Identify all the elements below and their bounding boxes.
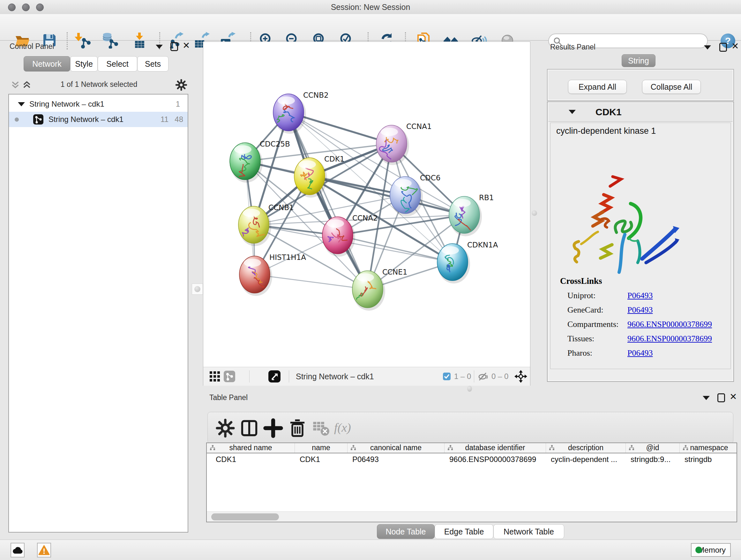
network-node[interactable]: CDKN1A (437, 241, 498, 284)
table-gear-icon[interactable] (215, 418, 235, 438)
collapse-all-icon[interactable] (22, 80, 31, 89)
add-column-icon[interactable] (263, 418, 283, 438)
tab-style[interactable]: Style (70, 56, 98, 71)
crosslink-link[interactable]: P06493 (627, 303, 653, 317)
separator (289, 370, 289, 382)
network-canvas[interactable]: CCNB2CCNA1CDC25BCDK1CDC6RB1CCNB1CCNA2CDK… (203, 42, 530, 367)
scrollbar-thumb[interactable] (211, 513, 279, 520)
network-node[interactable]: CCNB1 (239, 203, 294, 246)
collection-expand-icon[interactable] (18, 102, 25, 106)
float-panel-icon[interactable] (719, 43, 727, 52)
network-node[interactable]: HIST1H1A (239, 253, 306, 296)
table-cell[interactable]: stringdb:9... (625, 453, 679, 465)
crosslink-link[interactable]: 9606.ENSP00000378699 (627, 317, 712, 331)
table-panel-title: Table Panel (209, 393, 248, 402)
table-cell[interactable]: 9606.ENSP00000378699 (444, 453, 546, 465)
close-panel-icon[interactable]: ✕ (730, 393, 737, 401)
column-header-@id[interactable]: @id (625, 443, 679, 453)
network-edges (245, 112, 464, 289)
column-header-database-identifier[interactable]: database identifier (444, 443, 546, 453)
network-node[interactable]: RB1 (449, 193, 494, 238)
move-crosshair-icon[interactable] (515, 370, 527, 383)
network-badge-icon[interactable] (224, 371, 235, 382)
bottom-divider-handle[interactable] (467, 386, 472, 392)
column-header-description[interactable]: description (546, 443, 625, 453)
network-row[interactable]: String Network – cdk1 11 48 (9, 112, 188, 127)
selected-checkbox-icon[interactable] (443, 373, 451, 380)
gear-icon[interactable] (176, 79, 187, 91)
table-cell[interactable]: stringdb (679, 453, 737, 465)
memory-button[interactable]: Memory (691, 543, 731, 557)
node-table: shared namenamecanonical namedatabase id… (206, 442, 737, 522)
column-header-namespace[interactable]: namespace (679, 443, 737, 453)
network-node-count: 11 (160, 112, 169, 127)
crosslink-label: Tissues: (567, 331, 594, 346)
expand-all-button[interactable]: Expand All (568, 80, 627, 94)
show-columns-icon[interactable] (239, 418, 259, 438)
float-panel-icon[interactable] (171, 42, 178, 51)
crosslink-link[interactable]: P06493 (627, 288, 653, 303)
table-cell[interactable]: P06493 (347, 453, 444, 465)
cloud-button[interactable] (10, 543, 24, 557)
entry-collapse-icon[interactable] (569, 110, 576, 114)
left-divider-handle[interactable] (192, 284, 203, 295)
expand-all-icon[interactable] (11, 80, 20, 89)
birdseye-view-icon[interactable] (268, 370, 280, 382)
separator (249, 370, 250, 382)
crosslink-row: Compartments:9606.ENSP00000378699 (550, 317, 729, 331)
minimize-panel-icon[interactable] (156, 45, 163, 49)
network-status-dot (15, 118, 19, 122)
network-type-icon (33, 114, 44, 125)
network-node[interactable]: CCNA1 (376, 122, 432, 165)
crosslink-label: Compartments: (567, 317, 618, 331)
float-panel-icon[interactable] (718, 393, 725, 402)
table-cell[interactable]: CDK1 (294, 453, 347, 465)
column-header-shared-name[interactable]: shared name (207, 443, 294, 453)
minimize-panel-icon[interactable] (703, 396, 710, 400)
crosslink-label: Pharos: (567, 346, 592, 360)
network-edge[interactable] (288, 112, 367, 289)
node-label: CDC25B (260, 140, 290, 148)
crosslinks-title: CrossLinks (560, 276, 602, 286)
right-divider-handle[interactable] (530, 208, 538, 217)
table-horizontal-scrollbar[interactable] (207, 511, 737, 522)
crosslink-link[interactable]: P06493 (627, 346, 653, 360)
network-view-toolbar: String Network – cdk1 1 – 0 0 – 0 (203, 367, 530, 386)
tab-node-table[interactable]: Node Table (377, 524, 434, 539)
column-header-canonical-name[interactable]: canonical name (347, 443, 444, 453)
tab-edge-table[interactable]: Edge Table (434, 524, 493, 539)
tab-network[interactable]: Network (23, 56, 70, 71)
entry-header[interactable]: CDK1 (548, 103, 733, 122)
results-panel-title: Results Panel (550, 43, 596, 51)
tab-network-table[interactable]: Network Table (493, 524, 564, 539)
table-cell[interactable]: CDK1 (207, 453, 294, 465)
column-header-name[interactable]: name (294, 443, 347, 453)
table-cell[interactable]: cyclin-dependent ... (546, 453, 625, 465)
control-panel-title: Control Panel (10, 42, 54, 51)
collapse-all-button[interactable]: Collapse All (642, 80, 701, 94)
table-row[interactable]: CDK1CDK1P064939606.ENSP00000378699cyclin… (207, 453, 737, 465)
tab-sets[interactable]: Sets (137, 56, 169, 71)
close-panel-icon[interactable]: ✕ (183, 42, 190, 50)
network-node[interactable]: CCNB2 (273, 91, 329, 134)
node-label: CCNB1 (268, 203, 294, 212)
minimize-panel-icon[interactable] (704, 45, 711, 50)
tab-string[interactable]: String (622, 54, 656, 67)
node-label: CCNE1 (382, 268, 408, 276)
network-collection-row[interactable]: String Network – cdk1 1 (9, 97, 188, 112)
close-panel-icon[interactable]: ✕ (731, 42, 739, 51)
memory-status-dot (695, 547, 702, 553)
hidden-eye-icon (478, 372, 488, 381)
network-node[interactable]: CDC6 (390, 174, 441, 216)
column-tree-icon (549, 445, 555, 450)
entry-content: cyclin-dependent kinase 1 (550, 123, 731, 369)
network-node[interactable]: CCNE1 (352, 268, 408, 311)
tab-select[interactable]: Select (98, 56, 137, 71)
network-label: String Network – cdk1 (49, 112, 124, 127)
hidden-counter: 0 – 0 (491, 367, 509, 386)
grid-view-icon[interactable] (209, 371, 220, 382)
cloud-icon (12, 546, 23, 554)
crosslink-link[interactable]: 9606.ENSP00000378699 (627, 331, 712, 346)
delete-column-icon[interactable] (287, 418, 308, 438)
warning-button[interactable] (37, 543, 51, 557)
